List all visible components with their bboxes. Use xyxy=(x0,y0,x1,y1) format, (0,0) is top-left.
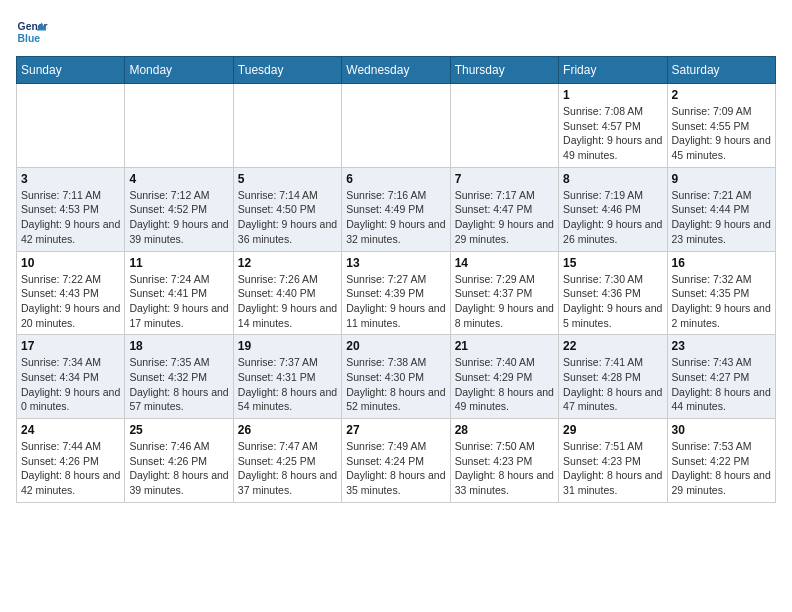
day-info: Sunrise: 7:50 AM Sunset: 4:23 PM Dayligh… xyxy=(455,439,554,498)
weekday-header-tuesday: Tuesday xyxy=(233,57,341,84)
weekday-header-saturday: Saturday xyxy=(667,57,775,84)
calendar-cell xyxy=(125,84,233,168)
calendar-cell: 30Sunrise: 7:53 AM Sunset: 4:22 PM Dayli… xyxy=(667,419,775,503)
logo: General Blue xyxy=(16,16,48,48)
calendar-cell xyxy=(17,84,125,168)
day-number: 18 xyxy=(129,339,228,353)
day-number: 29 xyxy=(563,423,662,437)
calendar-cell: 13Sunrise: 7:27 AM Sunset: 4:39 PM Dayli… xyxy=(342,251,450,335)
day-info: Sunrise: 7:12 AM Sunset: 4:52 PM Dayligh… xyxy=(129,188,228,247)
day-number: 26 xyxy=(238,423,337,437)
calendar-week-row: 3Sunrise: 7:11 AM Sunset: 4:53 PM Daylig… xyxy=(17,167,776,251)
day-info: Sunrise: 7:41 AM Sunset: 4:28 PM Dayligh… xyxy=(563,355,662,414)
calendar-cell: 17Sunrise: 7:34 AM Sunset: 4:34 PM Dayli… xyxy=(17,335,125,419)
day-number: 1 xyxy=(563,88,662,102)
calendar-week-row: 24Sunrise: 7:44 AM Sunset: 4:26 PM Dayli… xyxy=(17,419,776,503)
calendar-cell: 29Sunrise: 7:51 AM Sunset: 4:23 PM Dayli… xyxy=(559,419,667,503)
day-number: 30 xyxy=(672,423,771,437)
day-number: 15 xyxy=(563,256,662,270)
calendar-cell: 25Sunrise: 7:46 AM Sunset: 4:26 PM Dayli… xyxy=(125,419,233,503)
weekday-header-wednesday: Wednesday xyxy=(342,57,450,84)
day-number: 3 xyxy=(21,172,120,186)
day-info: Sunrise: 7:34 AM Sunset: 4:34 PM Dayligh… xyxy=(21,355,120,414)
calendar-week-row: 10Sunrise: 7:22 AM Sunset: 4:43 PM Dayli… xyxy=(17,251,776,335)
day-number: 20 xyxy=(346,339,445,353)
day-info: Sunrise: 7:35 AM Sunset: 4:32 PM Dayligh… xyxy=(129,355,228,414)
calendar-header-row: SundayMondayTuesdayWednesdayThursdayFrid… xyxy=(17,57,776,84)
day-info: Sunrise: 7:44 AM Sunset: 4:26 PM Dayligh… xyxy=(21,439,120,498)
calendar-week-row: 1Sunrise: 7:08 AM Sunset: 4:57 PM Daylig… xyxy=(17,84,776,168)
calendar-cell: 26Sunrise: 7:47 AM Sunset: 4:25 PM Dayli… xyxy=(233,419,341,503)
calendar-cell: 23Sunrise: 7:43 AM Sunset: 4:27 PM Dayli… xyxy=(667,335,775,419)
day-info: Sunrise: 7:47 AM Sunset: 4:25 PM Dayligh… xyxy=(238,439,337,498)
day-number: 16 xyxy=(672,256,771,270)
calendar-cell: 21Sunrise: 7:40 AM Sunset: 4:29 PM Dayli… xyxy=(450,335,558,419)
day-number: 14 xyxy=(455,256,554,270)
day-info: Sunrise: 7:43 AM Sunset: 4:27 PM Dayligh… xyxy=(672,355,771,414)
day-info: Sunrise: 7:40 AM Sunset: 4:29 PM Dayligh… xyxy=(455,355,554,414)
calendar-cell: 18Sunrise: 7:35 AM Sunset: 4:32 PM Dayli… xyxy=(125,335,233,419)
calendar-cell: 7Sunrise: 7:17 AM Sunset: 4:47 PM Daylig… xyxy=(450,167,558,251)
svg-text:Blue: Blue xyxy=(18,33,41,44)
calendar-cell: 20Sunrise: 7:38 AM Sunset: 4:30 PM Dayli… xyxy=(342,335,450,419)
day-number: 8 xyxy=(563,172,662,186)
day-info: Sunrise: 7:24 AM Sunset: 4:41 PM Dayligh… xyxy=(129,272,228,331)
day-number: 10 xyxy=(21,256,120,270)
calendar-cell xyxy=(342,84,450,168)
day-number: 19 xyxy=(238,339,337,353)
logo-icon: General Blue xyxy=(16,16,48,48)
day-number: 17 xyxy=(21,339,120,353)
calendar-cell: 15Sunrise: 7:30 AM Sunset: 4:36 PM Dayli… xyxy=(559,251,667,335)
day-number: 4 xyxy=(129,172,228,186)
day-info: Sunrise: 7:17 AM Sunset: 4:47 PM Dayligh… xyxy=(455,188,554,247)
calendar-cell: 27Sunrise: 7:49 AM Sunset: 4:24 PM Dayli… xyxy=(342,419,450,503)
calendar-cell: 10Sunrise: 7:22 AM Sunset: 4:43 PM Dayli… xyxy=(17,251,125,335)
day-info: Sunrise: 7:49 AM Sunset: 4:24 PM Dayligh… xyxy=(346,439,445,498)
calendar-cell: 12Sunrise: 7:26 AM Sunset: 4:40 PM Dayli… xyxy=(233,251,341,335)
calendar-cell: 19Sunrise: 7:37 AM Sunset: 4:31 PM Dayli… xyxy=(233,335,341,419)
day-number: 28 xyxy=(455,423,554,437)
day-number: 13 xyxy=(346,256,445,270)
day-number: 22 xyxy=(563,339,662,353)
day-info: Sunrise: 7:22 AM Sunset: 4:43 PM Dayligh… xyxy=(21,272,120,331)
calendar-cell: 3Sunrise: 7:11 AM Sunset: 4:53 PM Daylig… xyxy=(17,167,125,251)
day-info: Sunrise: 7:29 AM Sunset: 4:37 PM Dayligh… xyxy=(455,272,554,331)
calendar-cell: 14Sunrise: 7:29 AM Sunset: 4:37 PM Dayli… xyxy=(450,251,558,335)
day-info: Sunrise: 7:16 AM Sunset: 4:49 PM Dayligh… xyxy=(346,188,445,247)
day-info: Sunrise: 7:19 AM Sunset: 4:46 PM Dayligh… xyxy=(563,188,662,247)
day-number: 23 xyxy=(672,339,771,353)
calendar-cell: 4Sunrise: 7:12 AM Sunset: 4:52 PM Daylig… xyxy=(125,167,233,251)
day-info: Sunrise: 7:37 AM Sunset: 4:31 PM Dayligh… xyxy=(238,355,337,414)
weekday-header-sunday: Sunday xyxy=(17,57,125,84)
calendar-cell: 5Sunrise: 7:14 AM Sunset: 4:50 PM Daylig… xyxy=(233,167,341,251)
day-number: 21 xyxy=(455,339,554,353)
weekday-header-friday: Friday xyxy=(559,57,667,84)
day-info: Sunrise: 7:26 AM Sunset: 4:40 PM Dayligh… xyxy=(238,272,337,331)
day-info: Sunrise: 7:46 AM Sunset: 4:26 PM Dayligh… xyxy=(129,439,228,498)
calendar-cell: 28Sunrise: 7:50 AM Sunset: 4:23 PM Dayli… xyxy=(450,419,558,503)
calendar-cell: 9Sunrise: 7:21 AM Sunset: 4:44 PM Daylig… xyxy=(667,167,775,251)
day-number: 25 xyxy=(129,423,228,437)
day-info: Sunrise: 7:08 AM Sunset: 4:57 PM Dayligh… xyxy=(563,104,662,163)
calendar-cell: 22Sunrise: 7:41 AM Sunset: 4:28 PM Dayli… xyxy=(559,335,667,419)
day-number: 6 xyxy=(346,172,445,186)
calendar-week-row: 17Sunrise: 7:34 AM Sunset: 4:34 PM Dayli… xyxy=(17,335,776,419)
day-number: 11 xyxy=(129,256,228,270)
day-info: Sunrise: 7:11 AM Sunset: 4:53 PM Dayligh… xyxy=(21,188,120,247)
calendar-cell: 24Sunrise: 7:44 AM Sunset: 4:26 PM Dayli… xyxy=(17,419,125,503)
day-number: 5 xyxy=(238,172,337,186)
day-number: 2 xyxy=(672,88,771,102)
day-info: Sunrise: 7:51 AM Sunset: 4:23 PM Dayligh… xyxy=(563,439,662,498)
calendar-cell: 1Sunrise: 7:08 AM Sunset: 4:57 PM Daylig… xyxy=(559,84,667,168)
calendar-cell: 2Sunrise: 7:09 AM Sunset: 4:55 PM Daylig… xyxy=(667,84,775,168)
day-number: 24 xyxy=(21,423,120,437)
day-info: Sunrise: 7:30 AM Sunset: 4:36 PM Dayligh… xyxy=(563,272,662,331)
calendar-table: SundayMondayTuesdayWednesdayThursdayFrid… xyxy=(16,56,776,503)
calendar-cell: 11Sunrise: 7:24 AM Sunset: 4:41 PM Dayli… xyxy=(125,251,233,335)
calendar-cell xyxy=(450,84,558,168)
calendar-cell xyxy=(233,84,341,168)
weekday-header-thursday: Thursday xyxy=(450,57,558,84)
day-number: 7 xyxy=(455,172,554,186)
day-number: 12 xyxy=(238,256,337,270)
day-info: Sunrise: 7:27 AM Sunset: 4:39 PM Dayligh… xyxy=(346,272,445,331)
